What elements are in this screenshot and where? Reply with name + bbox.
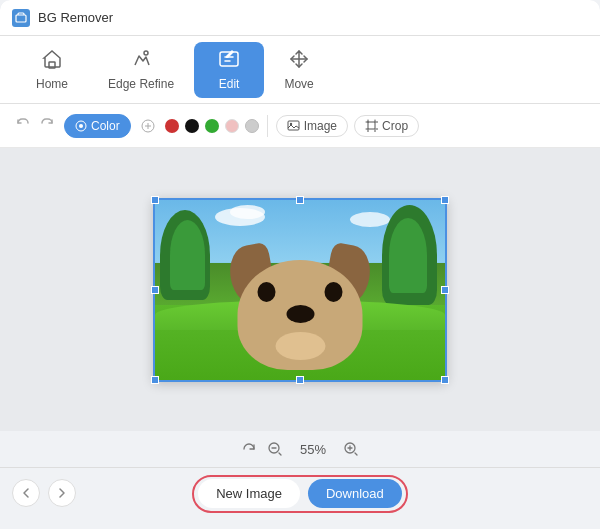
bottom-bar: New Image Download xyxy=(0,467,600,519)
svg-rect-7 xyxy=(288,121,299,130)
zoom-level: 55% xyxy=(293,442,333,457)
tab-edit[interactable]: Edit xyxy=(194,42,264,98)
color-settings-icon[interactable] xyxy=(137,117,159,135)
nav-next-button[interactable] xyxy=(48,479,76,507)
handle-mid-left[interactable] xyxy=(151,286,159,294)
zoom-bar: 55% xyxy=(0,431,600,467)
nav-prev-button[interactable] xyxy=(12,479,40,507)
tree-left-2 xyxy=(170,220,205,290)
color-red[interactable] xyxy=(165,119,179,133)
redo-button[interactable] xyxy=(36,114,58,137)
image-button[interactable]: Image xyxy=(276,115,348,137)
color-gray[interactable] xyxy=(245,119,259,133)
nose xyxy=(286,305,314,323)
handle-bottom-mid[interactable] xyxy=(296,376,304,384)
tab-home[interactable]: Home xyxy=(16,42,88,98)
color-green[interactable] xyxy=(205,119,219,133)
canvas-area xyxy=(0,148,600,431)
color-button[interactable]: Color xyxy=(64,114,131,138)
tree-right-2 xyxy=(389,218,427,293)
title-bar: BG Remover xyxy=(0,0,600,36)
move-icon xyxy=(288,48,310,73)
undo-button[interactable] xyxy=(12,114,34,137)
handle-top-right[interactable] xyxy=(441,196,449,204)
tab-edit-label: Edit xyxy=(219,77,240,91)
undo-redo-group xyxy=(12,114,58,137)
cloud-3 xyxy=(350,212,390,227)
head xyxy=(238,260,363,370)
home-icon xyxy=(41,48,63,73)
app-title: BG Remover xyxy=(38,10,113,25)
color-black[interactable] xyxy=(185,119,199,133)
svg-point-2 xyxy=(144,51,148,55)
zoom-in-button[interactable] xyxy=(343,441,359,457)
svg-rect-0 xyxy=(16,15,26,22)
cloud-2 xyxy=(230,205,265,219)
download-button[interactable]: Download xyxy=(308,479,402,508)
toolbar-divider xyxy=(267,115,268,137)
handle-mid-right[interactable] xyxy=(441,286,449,294)
handle-top-mid[interactable] xyxy=(296,196,304,204)
app-icon xyxy=(12,9,30,27)
new-image-button[interactable]: New Image xyxy=(198,479,300,508)
image-container[interactable] xyxy=(153,198,447,382)
edge-refine-icon xyxy=(130,48,152,73)
crop-button[interactable]: Crop xyxy=(354,115,419,137)
tab-move[interactable]: Move xyxy=(264,42,334,98)
eye-right xyxy=(325,282,343,302)
svg-rect-9 xyxy=(368,122,375,129)
nav-tabs: Home Edge Refine Edit Move xyxy=(0,36,600,104)
eye-left xyxy=(258,282,276,302)
toolbar: Color Image Crop xyxy=(0,104,600,148)
dog-image xyxy=(155,200,445,380)
zoom-out-button[interactable] xyxy=(267,441,283,457)
reset-zoom-button[interactable] xyxy=(241,441,257,457)
tab-move-label: Move xyxy=(284,77,313,91)
tab-edge-refine[interactable]: Edge Refine xyxy=(88,42,194,98)
action-buttons-outline: New Image Download xyxy=(192,475,408,513)
tab-edge-refine-label: Edge Refine xyxy=(108,77,174,91)
dog-wrapper xyxy=(223,250,378,370)
edit-icon xyxy=(218,48,240,73)
svg-point-5 xyxy=(79,124,83,128)
handle-top-left[interactable] xyxy=(151,196,159,204)
handle-bottom-right[interactable] xyxy=(441,376,449,384)
tab-home-label: Home xyxy=(36,77,68,91)
muzzle xyxy=(275,332,325,360)
handle-bottom-left[interactable] xyxy=(151,376,159,384)
color-pink[interactable] xyxy=(225,119,239,133)
